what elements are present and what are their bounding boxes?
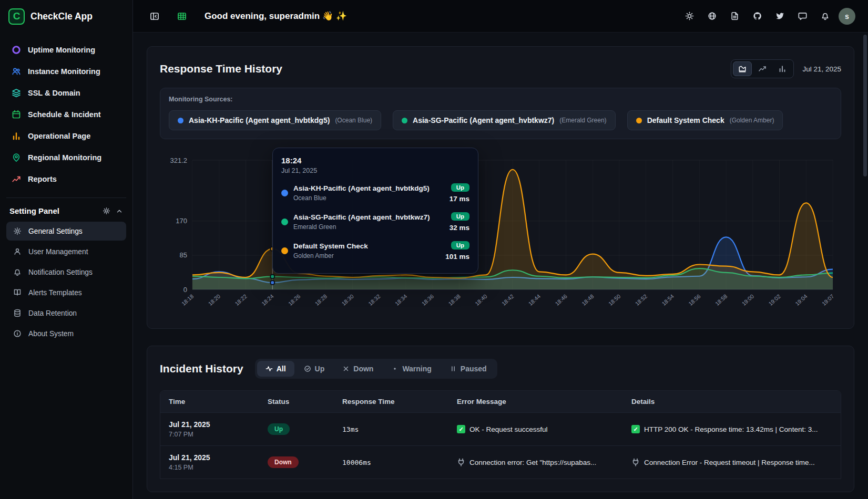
status-badge: Up bbox=[268, 423, 290, 435]
table-row[interactable]: Jul 21, 2025 4:15 PM Down 10006ms Connec… bbox=[160, 445, 841, 479]
setting-panel-title: Setting Panel bbox=[9, 206, 97, 215]
response-time-card: Response Time History bbox=[147, 46, 854, 329]
sidebar-item-label: Alerts Templates bbox=[28, 289, 82, 297]
sidebar-item-alerts-templates[interactable]: Alerts Templates bbox=[6, 283, 126, 302]
sidebar-item-uptime-monitoring[interactable]: Uptime Monitoring bbox=[6, 40, 126, 60]
filter-tab-paused[interactable]: Paused bbox=[441, 361, 495, 377]
sidebar-item-reports[interactable]: Reports bbox=[6, 169, 126, 189]
sidebar-item-general-settings[interactable]: General Settings bbox=[6, 222, 126, 241]
response-time-value: 13ms bbox=[342, 425, 359, 433]
svg-text:18:54: 18:54 bbox=[660, 293, 675, 307]
sidebar-item-instance-monitoring[interactable]: Instance Monitoring bbox=[6, 61, 126, 81]
source-chip[interactable]: Default System Check (Golden Amber) bbox=[627, 110, 783, 130]
gear-icon bbox=[13, 226, 22, 236]
gear-icon[interactable] bbox=[103, 207, 110, 215]
tooltip-series-name: Asia-SG-Pacific (Agent agent_hvbtkwz7) bbox=[293, 213, 444, 221]
column-header-time: Time bbox=[160, 391, 259, 412]
line-chart-toggle-button[interactable] bbox=[753, 61, 772, 76]
incident-time: 7:07 PM bbox=[169, 431, 193, 438]
tooltip-entry: Default System Check Golden Amber Up 101… bbox=[281, 236, 469, 265]
tooltip-unit: ms bbox=[459, 253, 469, 261]
svg-text:18:58: 18:58 bbox=[714, 293, 729, 307]
status-badge: Up bbox=[451, 241, 469, 250]
bell-icon[interactable] bbox=[816, 7, 834, 25]
filter-tab-all[interactable]: All bbox=[257, 361, 294, 377]
sidebar-item-data-retention[interactable]: Data Retention bbox=[6, 304, 126, 323]
main-area: Good evening, superadmin 👋 ✨ bbox=[133, 0, 868, 499]
document-icon[interactable] bbox=[726, 7, 743, 25]
incident-card-title: Incident History bbox=[160, 362, 243, 375]
svg-text:170: 170 bbox=[176, 217, 187, 225]
chart-date: Jul 21, 2025 bbox=[802, 65, 841, 73]
table-row[interactable]: Jul 21, 2025 7:07 PM Up 13ms ✓ OK - Requ… bbox=[160, 412, 841, 445]
table-header-row: Time Status Response Time Error Message … bbox=[160, 391, 841, 412]
app-logo-row: C CheckCle App bbox=[0, 0, 132, 33]
filter-tab-label: Up bbox=[315, 365, 325, 373]
globe-icon[interactable] bbox=[703, 7, 721, 25]
tooltip-series-name: Asia-KH-Pacific (Agent agent_hvbtkdg5) bbox=[293, 184, 444, 192]
incident-history-card: Incident History All Up Down bbox=[147, 346, 854, 492]
uptime-ring-icon bbox=[12, 45, 21, 55]
series-color-dot bbox=[281, 247, 288, 254]
tooltip-unit: ms bbox=[459, 224, 469, 232]
twitter-icon[interactable] bbox=[771, 7, 789, 25]
source-name: Asia-SG-Pacific (Agent agent_hvbtkwz7) bbox=[413, 116, 554, 124]
sidebar-item-label: Instance Monitoring bbox=[28, 67, 100, 76]
svg-text:18:36: 18:36 bbox=[421, 293, 435, 307]
sidebar-item-user-management[interactable]: User Management bbox=[6, 242, 126, 261]
bar-chart-toggle-button[interactable] bbox=[773, 61, 792, 76]
series-color-dot bbox=[281, 219, 288, 225]
svg-text:321.2: 321.2 bbox=[170, 157, 187, 164]
github-icon[interactable] bbox=[748, 7, 766, 25]
greeting-text: Good evening, superadmin 👋 ✨ bbox=[205, 11, 347, 22]
svg-text:19:04: 19:04 bbox=[794, 293, 809, 307]
sidebar-item-ssl-domain[interactable]: SSL & Domain bbox=[6, 83, 126, 103]
sidebar-item-operational-page[interactable]: Operational Page bbox=[6, 126, 126, 146]
sidebar-item-about-system[interactable]: About System bbox=[6, 324, 126, 343]
filter-tab-label: Down bbox=[353, 365, 373, 373]
column-header-details: Details bbox=[623, 391, 841, 412]
check-icon: ✓ bbox=[631, 425, 640, 433]
filter-tab-down[interactable]: Down bbox=[334, 361, 382, 377]
table-icon[interactable] bbox=[173, 7, 191, 25]
users-icon bbox=[12, 67, 21, 76]
sidebar-item-regional-monitoring[interactable]: Regional Monitoring bbox=[6, 148, 126, 168]
scrollbar[interactable] bbox=[863, 35, 867, 497]
tooltip-series-name: Default System Check bbox=[293, 242, 440, 250]
theme-sun-icon[interactable] bbox=[680, 7, 698, 25]
monitoring-sources-label: Monitoring Sources: bbox=[169, 96, 832, 103]
source-chip[interactable]: Asia-KH-Pacific (Agent agent_hvbtkdg5) (… bbox=[169, 110, 381, 130]
book-icon bbox=[13, 288, 22, 297]
status-badge: Up bbox=[451, 183, 469, 192]
area-chart-toggle-button[interactable] bbox=[733, 61, 752, 76]
sidebar-item-label: About System bbox=[28, 330, 74, 338]
column-header-status: Status bbox=[259, 391, 334, 412]
tooltip-entry: Asia-KH-Pacific (Agent agent_hvbtkdg5) O… bbox=[281, 179, 469, 207]
sidebar: C CheckCle App Uptime Monitoring Instanc… bbox=[0, 0, 133, 499]
source-chip[interactable]: Asia-SG-Pacific (Agent agent_hvbtkwz7) (… bbox=[393, 110, 616, 130]
tooltip-series-color: Ocean Blue bbox=[293, 194, 444, 202]
chevron-up-icon[interactable] bbox=[116, 207, 123, 215]
sidebar-item-notification-settings[interactable]: Notification Settings bbox=[6, 263, 126, 282]
user-avatar[interactable]: s bbox=[839, 8, 855, 25]
svg-text:18:52: 18:52 bbox=[634, 293, 649, 307]
filter-tab-up[interactable]: Up bbox=[295, 361, 333, 377]
source-name: Asia-KH-Pacific (Agent agent_hvbtkdg5) bbox=[189, 116, 330, 124]
response-time-chart[interactable]: 085170321.218:1818:2018:2218:2418:2618:2… bbox=[160, 152, 841, 316]
chat-icon[interactable] bbox=[793, 7, 811, 25]
response-card-title: Response Time History bbox=[160, 63, 282, 75]
database-icon bbox=[13, 308, 22, 318]
series-color-dot bbox=[178, 118, 183, 123]
source-color-label: (Golden Amber) bbox=[730, 117, 774, 124]
setting-panel-header[interactable]: Setting Panel bbox=[0, 198, 132, 220]
svg-text:18:34: 18:34 bbox=[394, 293, 409, 307]
filter-tab-warning[interactable]: Warning bbox=[383, 361, 440, 377]
tooltip-unit: ms bbox=[459, 195, 469, 203]
sidebar-item-schedule-incident[interactable]: Schedule & Incident bbox=[6, 105, 126, 124]
scrollbar-thumb[interactable] bbox=[863, 35, 867, 176]
sidebar-toggle-icon[interactable] bbox=[146, 7, 164, 25]
svg-text:18:30: 18:30 bbox=[340, 293, 355, 307]
column-header-response-time: Response Time bbox=[334, 391, 448, 412]
tooltip-entry: Asia-SG-Pacific (Agent agent_hvbtkwz7) E… bbox=[281, 207, 469, 236]
incident-date: Jul 21, 2025 bbox=[169, 453, 210, 462]
